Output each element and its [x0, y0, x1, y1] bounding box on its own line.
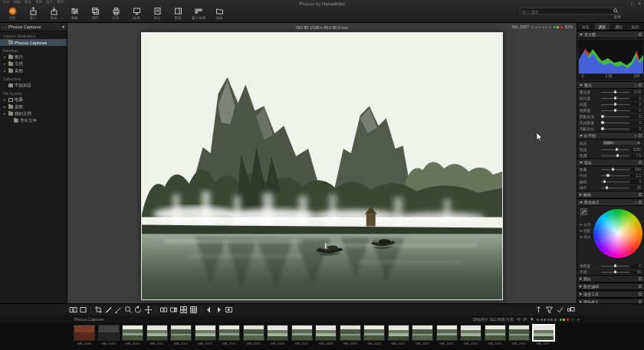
- thumbnail-image[interactable]: [412, 325, 433, 341]
- thumbnail-image[interactable]: [243, 325, 264, 341]
- toolbar-button-panel[interactable]: 面板: [169, 6, 187, 20]
- slider-track[interactable]: [601, 116, 629, 117]
- toolbar-button-notes[interactable]: 批注: [148, 6, 166, 20]
- filmstrip-thumbnail[interactable]: MA_0042: [170, 325, 192, 350]
- slider-value[interactable]: 1.1: [631, 174, 642, 178]
- filmstrip-thumbnail[interactable]: MA_0048: [315, 325, 337, 350]
- slider-value[interactable]: 0: [631, 121, 642, 125]
- filmstrip-thumbnail[interactable]: MA_0049: [340, 325, 361, 350]
- slider-track[interactable]: [601, 129, 629, 129]
- sidebar-item[interactable]: ▸文档: [0, 61, 67, 67]
- browser-filter-button[interactable]: [545, 306, 554, 314]
- toolbar-button-copy[interactable]: 拷贝: [86, 6, 104, 20]
- panel-tab-3[interactable]: 属性: [611, 23, 628, 30]
- filmstrip-thumbnail[interactable]: MA_0038: [74, 325, 95, 350]
- sidebar-item[interactable]: ▸我的文档: [0, 110, 67, 117]
- color-wheel[interactable]: [593, 209, 642, 258]
- tool-straighten[interactable]: [104, 306, 113, 314]
- tool-singleview[interactable]: [79, 306, 87, 314]
- tool-multiview[interactable]: [69, 306, 77, 314]
- levels-readout[interactable]: 0 1.00 255: [579, 74, 642, 80]
- thumbnail-image[interactable]: [195, 325, 216, 341]
- toolbar-button-print[interactable]: 打印: [107, 6, 125, 20]
- slider-value[interactable]: 0.00: [631, 90, 642, 94]
- rating-filter[interactable]: [537, 319, 557, 321]
- tool-zoomtool[interactable]: [124, 306, 133, 314]
- filmstrip-thumbnail[interactable]: MA_0053: [436, 325, 458, 350]
- filmstrip-thumbnail[interactable]: MA_0055: [485, 325, 506, 350]
- slider-knob[interactable]: [616, 154, 619, 157]
- tool-brush[interactable]: [114, 306, 123, 314]
- toolbar-button-export[interactable]: 导出: [44, 6, 63, 20]
- thumbnail-image[interactable]: [508, 325, 530, 341]
- tool-grid4[interactable]: [179, 306, 188, 314]
- toolbar-button-views[interactable]: 窗口布局: [189, 6, 208, 20]
- tool-rotate[interactable]: [134, 306, 143, 314]
- slider-track[interactable]: [601, 123, 629, 123]
- color-tags[interactable]: [554, 26, 563, 28]
- slider-knob[interactable]: [606, 174, 610, 177]
- color-picker-eyedropper[interactable]: [580, 208, 587, 215]
- toolbar-button-import[interactable]: 导入: [24, 6, 42, 20]
- thumbnail-image[interactable]: [340, 325, 361, 341]
- filmstrip-thumbnail[interactable]: MA_0043: [195, 325, 216, 350]
- slider-knob[interactable]: [614, 96, 617, 100]
- exposure-panel-header[interactable]: 曝光 ↺: [577, 81, 644, 89]
- expand-icon[interactable]: ▸: [4, 112, 7, 116]
- filmstrip-thumbnail[interactable]: MA_0044: [219, 325, 240, 350]
- toolbar-button-tether[interactable]: 联机: [127, 6, 146, 20]
- thumbnail-image[interactable]: [315, 325, 337, 341]
- sidebar-item[interactable]: ▸图片: [0, 54, 67, 61]
- star-rating[interactable]: [531, 26, 551, 28]
- collapsed-panel-header[interactable]: 渐变工具: [577, 290, 644, 298]
- color-range-option[interactable]: 高光: [580, 235, 591, 239]
- thumbnail-image[interactable]: [267, 325, 288, 341]
- toolbar-button-folder[interactable]: 浏览: [210, 6, 228, 20]
- thumbnail-image[interactable]: [485, 325, 506, 341]
- sidebar-item[interactable]: ▸桌面: [0, 67, 67, 74]
- levels-white[interactable]: 255: [633, 74, 639, 78]
- slider-knob[interactable]: [601, 115, 604, 118]
- slider-knob[interactable]: [614, 103, 617, 106]
- collapsed-panel-header[interactable]: 镜头校正: [577, 298, 644, 303]
- filmstrip-thumbnail[interactable]: MA_0057: [533, 325, 554, 350]
- thumbnail-image[interactable]: [98, 325, 120, 341]
- browser-thumbsize-button[interactable]: [567, 306, 575, 314]
- slider-value[interactable]: 0: [631, 127, 642, 131]
- slider-value[interactable]: 0: [631, 96, 642, 100]
- slider-value[interactable]: 100: [631, 168, 642, 172]
- tool-grid2[interactable]: [159, 306, 168, 314]
- filmstrip-thumbnail[interactable]: MA_0051: [388, 325, 409, 350]
- tool-grid2b[interactable]: [169, 306, 178, 314]
- filmstrip-thumbnail[interactable]: MA_0047: [291, 325, 313, 350]
- thumbnail-image[interactable]: [146, 325, 168, 341]
- sidebar-item[interactable]: 导出文件: [0, 117, 67, 124]
- toolbar-button-logo[interactable]: 主页: [3, 6, 21, 20]
- filmstrip-thumbnail[interactable]: MA_0040: [122, 325, 143, 350]
- thumb-larger-button[interactable]: +: [577, 317, 580, 322]
- slider-knob[interactable]: [612, 168, 615, 171]
- expand-icon[interactable]: ▸: [4, 55, 7, 59]
- wb-mode-select[interactable]: 拍摄时 ▾: [601, 140, 642, 146]
- tool-play[interactable]: [225, 306, 233, 314]
- filmstrip-thumbnail[interactable]: MA_0045: [243, 325, 264, 350]
- slider-knob[interactable]: [614, 109, 617, 112]
- filmstrip-thumbnail[interactable]: MA_0041: [146, 325, 168, 350]
- panel-tab-2[interactable]: 调整: [594, 23, 611, 30]
- thumbnail-image[interactable]: [219, 325, 240, 341]
- slider-track[interactable]: [601, 188, 629, 188]
- slider-knob[interactable]: [601, 127, 604, 130]
- thumbnail-image[interactable]: [436, 325, 458, 341]
- toolbar-button-adjust[interactable]: 调整: [65, 6, 84, 20]
- image-viewer[interactable]: ISO 83 1/180 s f/8.0 80.0 mm MA_0057 52%: [67, 23, 577, 303]
- sharpen-panel-header[interactable]: 锐化: [577, 159, 644, 166]
- menu-item[interactable]: 帮助: [57, 0, 64, 4]
- menu-item[interactable]: 文件: [3, 0, 10, 4]
- thumbnail-image[interactable]: [291, 325, 313, 341]
- filmstrip-thumbnail[interactable]: MA_0039: [98, 325, 120, 350]
- filmstrip-thumbnail[interactable]: MA_0050: [363, 325, 385, 350]
- slider-value[interactable]: 5350: [631, 148, 642, 152]
- search-input[interactable]: 输入,搜索: [520, 8, 621, 15]
- browser-sortup-button[interactable]: [534, 306, 543, 314]
- flag-icon[interactable]: ⚑: [530, 317, 534, 322]
